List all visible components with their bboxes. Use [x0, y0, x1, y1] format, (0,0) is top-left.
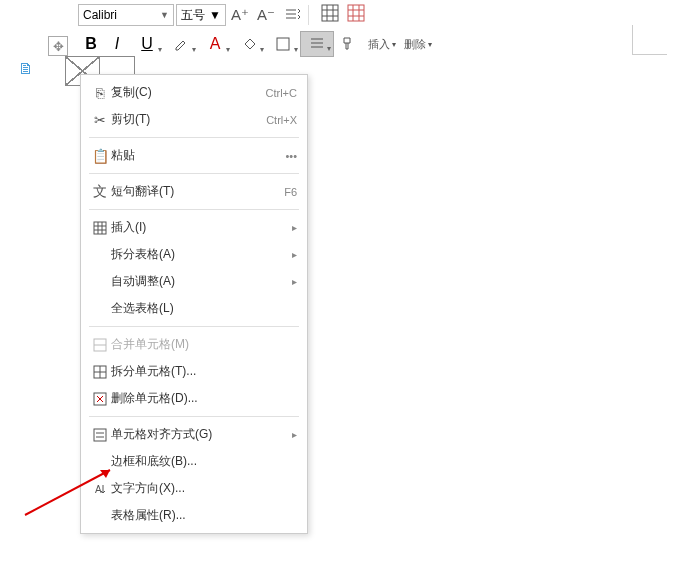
- menu-split-cells[interactable]: 拆分单元格(T)...: [81, 358, 307, 385]
- increase-font-button[interactable]: A⁺: [228, 3, 252, 27]
- menu-text-direction[interactable]: A 文字方向(X)...: [81, 475, 307, 502]
- align-button[interactable]: ▾: [300, 31, 334, 57]
- font-size-select[interactable]: 五号 ▼: [176, 4, 226, 26]
- formatting-toolbar: Calibri ▼ 五号 ▼ A⁺ A⁻ B I: [78, 2, 432, 58]
- menu-delete-cells-label: 删除单元格(D)...: [111, 390, 297, 407]
- brush-icon: [339, 36, 355, 52]
- delete-dropdown[interactable]: 删除▾: [404, 37, 432, 52]
- delete-label: 删除: [404, 37, 426, 52]
- chevron-down-icon: ▾: [294, 45, 298, 54]
- line-spacing-button[interactable]: [280, 3, 304, 27]
- document-icon[interactable]: 🗎: [18, 60, 34, 78]
- menu-separator: [89, 137, 299, 138]
- menu-autofit-label: 自动调整(A): [111, 273, 292, 290]
- menu-copy[interactable]: ⎘ 复制(C) Ctrl+C: [81, 79, 307, 106]
- decrease-font-button[interactable]: A⁻: [254, 3, 278, 27]
- svg-rect-1: [348, 5, 364, 21]
- menu-autofit[interactable]: 自动调整(A) ▸: [81, 268, 307, 295]
- svg-text:A: A: [95, 484, 102, 495]
- context-menu: ⎘ 复制(C) Ctrl+C ✂ 剪切(T) Ctrl+X 📋 粘贴 ••• 文…: [80, 74, 308, 534]
- font-name-select[interactable]: Calibri ▼: [78, 4, 174, 26]
- menu-table-properties[interactable]: 表格属性(R)...: [81, 502, 307, 529]
- menu-table-props-label: 表格属性(R)...: [111, 507, 297, 524]
- insert-delete-group: 插入▾ 删除▾: [368, 37, 432, 52]
- menu-merge-cells: 合并单元格(M): [81, 331, 307, 358]
- menu-translate-shortcut: F6: [284, 186, 297, 198]
- insert-dropdown[interactable]: 插入▾: [368, 37, 396, 52]
- bold-button[interactable]: B: [78, 31, 104, 57]
- insert-label: 插入: [368, 37, 390, 52]
- font-color-button[interactable]: A ▾: [198, 31, 232, 57]
- merge-icon: [89, 338, 111, 352]
- table-style-button[interactable]: [347, 4, 365, 26]
- table-actions-group: [321, 4, 365, 26]
- menu-separator: [89, 209, 299, 210]
- dropdown-icon: ▼: [209, 8, 221, 22]
- align-cell-icon: [89, 428, 111, 442]
- menu-split-table[interactable]: 拆分表格(A) ▸: [81, 241, 307, 268]
- submenu-arrow-icon: ▸: [292, 276, 297, 287]
- menu-select-table[interactable]: 全选表格(L): [81, 295, 307, 322]
- menu-paste-more: •••: [285, 150, 297, 162]
- menu-insert-label: 插入(I): [111, 219, 292, 236]
- menu-paste[interactable]: 📋 粘贴 •••: [81, 142, 307, 169]
- toolbar-row-2: B I U▾ ▾ A ▾ ▾ ▾ ▾ 插入▾: [78, 30, 432, 58]
- copy-icon: ⎘: [89, 85, 111, 101]
- submenu-arrow-icon: ▸: [292, 222, 297, 233]
- separator: [308, 5, 309, 25]
- dropdown-icon: ▼: [160, 10, 169, 20]
- menu-delete-cells[interactable]: 删除单元格(D)...: [81, 385, 307, 412]
- text-direction-icon: A: [89, 482, 111, 496]
- svg-rect-0: [322, 5, 338, 21]
- menu-cut-shortcut: Ctrl+X: [266, 114, 297, 126]
- menu-borders-shading[interactable]: 边框和底纹(B)...: [81, 448, 307, 475]
- chevron-down-icon: ▾: [428, 40, 432, 49]
- menu-borders-label: 边框和底纹(B)...: [111, 453, 297, 470]
- menu-split-table-label: 拆分表格(A): [111, 246, 292, 263]
- menu-paste-label: 粘贴: [111, 147, 285, 164]
- table-move-handle[interactable]: ✥: [48, 36, 68, 56]
- underline-label: U: [141, 35, 153, 53]
- font-size-value: 五号: [181, 7, 205, 24]
- fill-color-button[interactable]: ▾: [232, 31, 266, 57]
- table-grid-button[interactable]: [321, 4, 339, 26]
- highlight-icon: [173, 36, 189, 52]
- delete-cell-icon: [89, 392, 111, 406]
- chevron-down-icon: ▾: [260, 45, 264, 54]
- format-painter-button[interactable]: [334, 31, 360, 57]
- borders-button[interactable]: ▾: [266, 31, 300, 57]
- highlight-button[interactable]: ▾: [164, 31, 198, 57]
- svg-rect-3: [94, 222, 106, 234]
- italic-button[interactable]: I: [104, 31, 130, 57]
- chevron-down-icon: ▾: [226, 45, 230, 54]
- menu-separator: [89, 173, 299, 174]
- menu-separator: [89, 326, 299, 327]
- menu-cell-align-label: 单元格对齐方式(G): [111, 426, 292, 443]
- cut-icon: ✂: [89, 112, 111, 128]
- menu-translate[interactable]: 文 短句翻译(T) F6: [81, 178, 307, 205]
- chevron-down-icon: ▾: [392, 40, 396, 49]
- menu-split-cells-label: 拆分单元格(T)...: [111, 363, 297, 380]
- menu-cut-label: 剪切(T): [111, 111, 266, 128]
- menu-translate-label: 短句翻译(T): [111, 183, 284, 200]
- underline-button[interactable]: U▾: [130, 31, 164, 57]
- translate-icon: 文: [89, 183, 111, 201]
- menu-insert[interactable]: 插入(I) ▸: [81, 214, 307, 241]
- border-icon: [275, 36, 291, 52]
- menu-cut[interactable]: ✂ 剪切(T) Ctrl+X: [81, 106, 307, 133]
- chevron-down-icon: ▾: [158, 45, 162, 54]
- font-color-icon: A: [210, 35, 221, 53]
- align-icon: [309, 36, 325, 52]
- menu-separator: [89, 416, 299, 417]
- bucket-icon: [241, 36, 257, 52]
- svg-rect-2: [277, 38, 289, 50]
- chevron-down-icon: ▾: [192, 45, 196, 54]
- menu-copy-label: 复制(C): [111, 84, 266, 101]
- grid-icon: [321, 4, 339, 26]
- chevron-down-icon: ▾: [327, 44, 331, 53]
- submenu-arrow-icon: ▸: [292, 429, 297, 440]
- submenu-arrow-icon: ▸: [292, 249, 297, 260]
- menu-merge-cells-label: 合并单元格(M): [111, 336, 297, 353]
- svg-rect-7: [94, 429, 106, 441]
- menu-cell-align[interactable]: 单元格对齐方式(G) ▸: [81, 421, 307, 448]
